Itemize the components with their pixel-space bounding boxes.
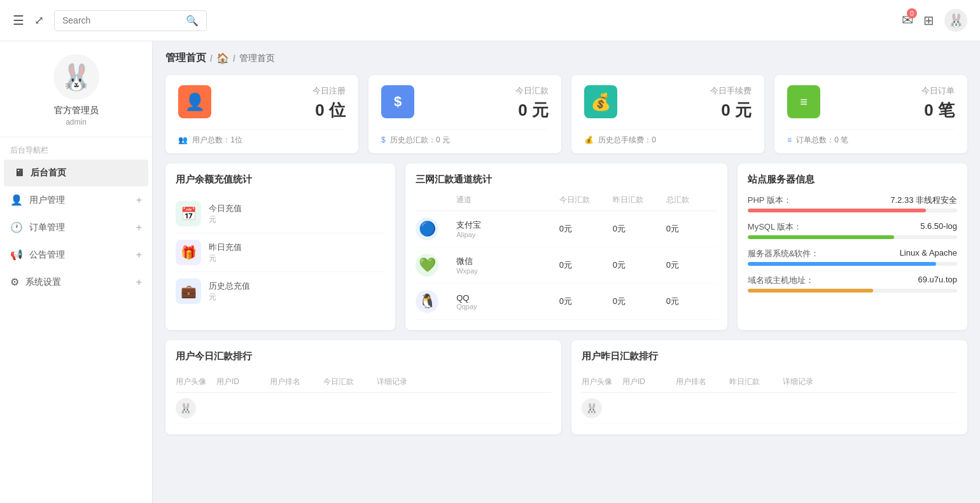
rank-yesterday-col-detail: 详细记录 <box>783 376 834 387</box>
breadcrumb-sep2: / <box>233 53 235 64</box>
server-php-fill <box>748 209 926 212</box>
sidebar-item-users[interactable]: 👤 用户管理 + <box>0 186 152 214</box>
recharge-title: 用户余额充值统计 <box>176 174 385 186</box>
bottom-row: 用户今日汇款排行 用户头像 用户ID 用户排名 今日汇款 详细记录 🐰 <box>165 340 967 434</box>
user-avatar-header[interactable]: 🐰 <box>944 9 967 32</box>
stat-icon-remittance: $ <box>381 85 414 118</box>
users-icon: 👤 <box>10 194 23 206</box>
sidebar: 🐰 官方管理员 admin 后台导航栏 🖥 后台首页 👤 用户管理 + 🕐 订单… <box>0 41 153 503</box>
stat-value-remittance: 0 元 <box>515 99 549 121</box>
alipay-icon: 🔵 <box>416 217 438 240</box>
server-os-label: 服务器系统&软件： <box>748 248 820 259</box>
sidebar-item-settings[interactable]: ⚙ 系统设置 + <box>0 268 152 296</box>
header: ☰ ⤢ 🔍 ✉ 0 ⊞ 🐰 <box>0 0 980 41</box>
wechat-name: 微信 <box>456 256 557 267</box>
stat-card-fee: 💰 今日手续费 0 元 💰 历史总手续费：0 <box>571 75 764 153</box>
stat-footer-icon-fee: 💰 <box>584 135 594 144</box>
announcements-expand-icon[interactable]: + <box>136 249 142 261</box>
sidebar-label-orders: 订单管理 <box>29 222 130 233</box>
stat-title-fee: 今日手续费 <box>710 85 752 97</box>
stat-card-registrations: 👤 今日注册 0 位 👥 用户总数：1位 <box>165 75 358 153</box>
recharge-value-yesterday: 元 <box>209 253 242 264</box>
breadcrumb-sep1: / <box>210 53 213 64</box>
settings-expand-icon[interactable]: + <box>136 277 142 288</box>
stat-value-orders: 0 笔 <box>921 99 955 121</box>
sidebar-label-dashboard: 后台首页 <box>31 167 138 179</box>
main-content: 管理首页 / 🏠 / 管理首页 👤 今日注册 0 位 👥 用户总数：1位 <box>153 41 980 503</box>
recharge-label-history: 历史总充值 <box>209 280 250 292</box>
alipay-yesterday: 0元 <box>613 223 664 235</box>
recharge-icon-today: 📅 <box>176 201 201 226</box>
rank-today-panel: 用户今日汇款排行 用户头像 用户ID 用户排名 今日汇款 详细记录 🐰 <box>165 340 561 434</box>
server-item-domain: 域名或主机地址： 69.u7u.top <box>748 275 957 293</box>
payment-col-total: 总汇款 <box>666 195 717 205</box>
users-expand-icon[interactable]: + <box>136 195 142 206</box>
server-item-php: PHP 版本： 7.2.33 非线程安全 <box>748 195 957 212</box>
orders-icon: 🕐 <box>10 221 23 233</box>
server-os-value: Linux & Apache <box>900 248 957 259</box>
server-title: 站点服务器信息 <box>748 174 957 186</box>
user-name: 官方管理员 <box>54 105 99 116</box>
sidebar-item-orders[interactable]: 🕐 订单管理 + <box>0 214 152 241</box>
orders-expand-icon[interactable]: + <box>136 222 142 233</box>
wechat-yesterday: 0元 <box>613 259 664 271</box>
stats-row: 👤 今日注册 0 位 👥 用户总数：1位 $ 今日汇款 0 元 <box>165 75 967 153</box>
server-domain-value: 69.u7u.top <box>918 275 957 286</box>
hamburger-icon[interactable]: ☰ <box>13 13 24 28</box>
qq-sub: Qqpay <box>456 303 557 310</box>
sidebar-item-dashboard[interactable]: 🖥 后台首页 <box>4 160 148 186</box>
recharge-item-yesterday: 🎁 昨日充值 元 <box>176 233 385 272</box>
sidebar-label-announcements: 公告管理 <box>29 249 130 261</box>
server-php-label: PHP 版本： <box>748 195 792 206</box>
recharge-item-history: 💼 历史总充值 元 <box>176 272 385 310</box>
server-mysql-fill <box>748 235 894 239</box>
stat-card-top: 👤 今日注册 0 位 <box>178 85 346 121</box>
wechat-icon: 💚 <box>416 254 438 277</box>
stat-icon-orders: ≡ <box>787 85 820 118</box>
rank-today-col-amount: 今日汇款 <box>323 376 374 387</box>
qq-name: QQ <box>456 293 557 303</box>
dashboard-icon: 🖥 <box>14 167 24 179</box>
expand-icon[interactable]: ⤢ <box>34 13 44 27</box>
server-mysql-label: MySQL 版本： <box>748 221 802 233</box>
grid-icon[interactable]: ⊞ <box>923 13 934 28</box>
server-domain-label: 域名或主机地址： <box>748 275 814 286</box>
rank-yesterday-avatar: 🐰 <box>582 398 602 418</box>
stat-title-remittance: 今日汇款 <box>515 85 549 97</box>
rank-yesterday-row: 🐰 <box>582 393 957 424</box>
server-os-bar <box>748 262 957 266</box>
stat-footer-fee: 💰 历史总手续费：0 <box>584 129 752 146</box>
notification-button[interactable]: ✉ 0 <box>902 12 913 29</box>
search-input[interactable] <box>62 15 186 25</box>
rank-today-row: 🐰 <box>176 393 551 424</box>
alipay-sub: Alipay <box>456 231 557 238</box>
stat-footer-text-orders: 订单总数：0 笔 <box>796 135 848 144</box>
search-box: 🔍 <box>54 10 207 31</box>
search-icon[interactable]: 🔍 <box>186 15 199 27</box>
qq-icon: 🐧 <box>416 290 438 313</box>
payment-row-alipay: 🔵 支付宝 Alipay 0元 0元 0元 <box>416 211 717 247</box>
rank-today-col-id: 用户ID <box>216 376 267 387</box>
alipay-total: 0元 <box>666 223 717 235</box>
user-profile: 🐰 官方管理员 admin <box>0 41 152 137</box>
stat-value-fee: 0 元 <box>710 99 752 121</box>
payment-col-yesterday: 昨日汇款 <box>613 195 664 205</box>
recharge-value-history: 元 <box>209 292 250 303</box>
sidebar-item-announcements[interactable]: 📢 公告管理 + <box>0 241 152 268</box>
payment-row-wechat: 💚 微信 Wxpay 0元 0元 0元 <box>416 247 717 284</box>
content-row: 用户余额充值统计 📅 今日充值 元 🎁 昨日充值 元 💼 <box>165 163 967 330</box>
breadcrumb-home-icon[interactable]: 🏠 <box>216 52 229 64</box>
wechat-today: 0元 <box>559 259 610 271</box>
stat-footer-orders: ≡ 订单总数：0 笔 <box>787 129 955 146</box>
recharge-label-yesterday: 昨日充值 <box>209 242 242 253</box>
recharge-label-today: 今日充值 <box>209 203 242 214</box>
qq-yesterday: 0元 <box>613 296 664 307</box>
stat-footer-text-fee: 历史总手续费：0 <box>598 135 656 144</box>
rank-yesterday-col-rank: 用户排名 <box>676 376 727 387</box>
rank-today-title: 用户今日汇款排行 <box>176 350 551 362</box>
settings-icon: ⚙ <box>10 276 19 288</box>
header-left: ☰ ⤢ 🔍 <box>13 10 902 31</box>
sidebar-label-users: 用户管理 <box>29 195 130 206</box>
rank-today-col-rank: 用户排名 <box>270 376 321 387</box>
server-os-fill <box>748 262 936 266</box>
